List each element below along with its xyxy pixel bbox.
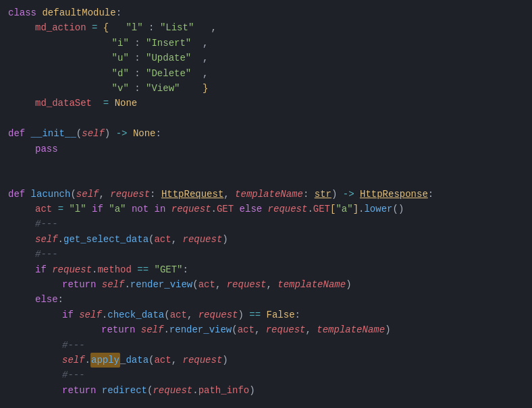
keyword-def-1: def bbox=[8, 126, 31, 141]
line-4: "u" : "Update" , bbox=[0, 51, 532, 65]
line-9: def __init__(self) -> None: bbox=[0, 126, 532, 141]
var-act: act bbox=[35, 202, 52, 216]
line-17: #--- bbox=[0, 247, 532, 262]
func-init: __init__ bbox=[31, 126, 76, 141]
line-3: "i" : "Insert" , bbox=[0, 36, 532, 51]
keyword-else: else bbox=[35, 292, 58, 307]
method-render-view-2: render_view bbox=[169, 322, 232, 337]
line-16: self.get_select_data(act, request) bbox=[0, 232, 532, 247]
line-25: #--- bbox=[0, 368, 532, 382]
highlight-apply: apply bbox=[90, 353, 120, 368]
line-21: if self.check_data(act, request) == Fals… bbox=[0, 308, 532, 322]
keyword-def-2: def bbox=[8, 187, 31, 202]
line-14: act = "l" if "a" not in request.GET else… bbox=[0, 202, 532, 216]
line-7: md_dataSet = None bbox=[0, 96, 532, 111]
method-get-select: get_select_data bbox=[63, 232, 149, 247]
line-1: class defaultModule: bbox=[0, 5, 532, 20]
func-lacunch: lacunch bbox=[31, 187, 71, 202]
line-23: #--- bbox=[0, 338, 532, 353]
method-redirect: redirect bbox=[102, 383, 147, 398]
code-editor: class defaultModule: md_action = { "l" :… bbox=[0, 0, 532, 403]
comment-2: #--- bbox=[35, 247, 58, 262]
method-render-view-1: render_view bbox=[130, 277, 192, 292]
var-md-action: md_action bbox=[35, 20, 86, 35]
method-apply-data: data bbox=[126, 353, 149, 368]
line-26: return redirect(request.path_info) bbox=[0, 383, 532, 398]
line-20: else: bbox=[0, 292, 532, 307]
keyword-return-3: return bbox=[62, 383, 102, 398]
line-13: def lacunch(self, request: HttpRequest, … bbox=[0, 187, 532, 202]
keyword-if-2: if bbox=[62, 308, 79, 322]
line-19: return self.render_view(act, request, te… bbox=[0, 277, 532, 292]
line-2: md_action = { "l" : "List" , bbox=[0, 20, 532, 35]
class-name: defaultModule bbox=[42, 5, 115, 20]
comment-1: #--- bbox=[35, 216, 58, 231]
line-blank-1 bbox=[0, 111, 532, 126]
line-24: self.apply_data(act, request) bbox=[0, 353, 532, 368]
keyword-if-1: if bbox=[35, 262, 52, 277]
line-blank-3 bbox=[0, 171, 532, 186]
keyword-return-1: return bbox=[62, 277, 102, 292]
comment-3: #--- bbox=[62, 338, 85, 353]
line-18: if request.method == "GET": bbox=[0, 262, 532, 277]
line-22: return self.render_view(act, request, te… bbox=[0, 322, 532, 337]
keyword-return-2: return bbox=[101, 322, 141, 337]
method-check-data: check_data bbox=[107, 308, 164, 322]
keyword-class: class bbox=[8, 5, 42, 20]
line-blank-2 bbox=[0, 156, 532, 171]
var-md-dataset: md_dataSet bbox=[35, 96, 92, 111]
comment-4: #--- bbox=[62, 368, 85, 382]
line-15: #--- bbox=[0, 216, 532, 231]
line-6: "v" : "View" } bbox=[0, 81, 532, 96]
keyword-pass: pass bbox=[35, 142, 58, 156]
line-5: "d" : "Delete" , bbox=[0, 66, 532, 81]
line-10: pass bbox=[0, 142, 532, 156]
